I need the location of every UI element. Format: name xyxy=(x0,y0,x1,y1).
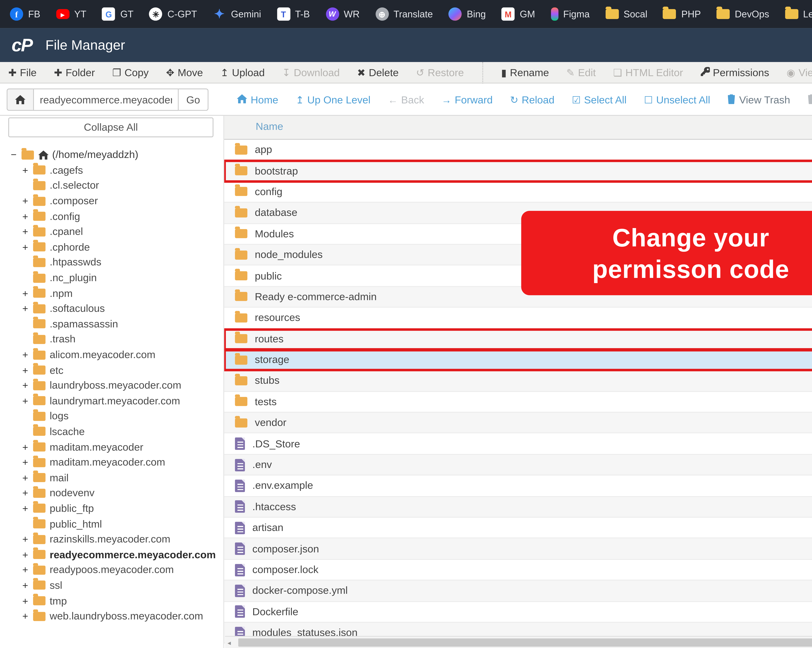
tree-item--home-meyaddzh-[interactable]: −(/home/meyaddzh) xyxy=(0,147,223,163)
table-row[interactable]: .env.example1.17 KBToday, 9:00 PMtext/x-… xyxy=(224,476,812,497)
current-path-input[interactable] xyxy=(33,88,179,111)
cell-name[interactable]: .env xyxy=(252,459,272,471)
cell-name[interactable]: docker-compose.yml xyxy=(252,585,348,596)
table-row[interactable]: stubs4 KBToday, 11:08 PMhttpd/unix-direc… xyxy=(224,371,812,392)
cell-name[interactable]: Modules xyxy=(255,228,294,239)
tree-item-logs[interactable]: logs xyxy=(0,409,223,424)
tree-item-.htpasswds[interactable]: .htpasswds xyxy=(0,255,223,270)
cell-name[interactable]: composer.lock xyxy=(252,564,319,575)
toolbar-copy-button[interactable]: ❐Copy xyxy=(112,67,149,78)
cell-name[interactable]: Dockerfile xyxy=(252,606,298,618)
expand-plus-icon[interactable]: + xyxy=(23,364,33,376)
bookmark-item[interactable]: WWR xyxy=(326,8,360,21)
expand-plus-icon[interactable]: + xyxy=(23,503,33,514)
bookmark-item[interactable]: Socal xyxy=(606,9,647,19)
collapse-minus-icon[interactable]: − xyxy=(11,149,21,161)
column-header-name[interactable]: Name xyxy=(256,121,283,132)
cell-name[interactable]: database xyxy=(255,207,298,218)
expand-plus-icon[interactable]: + xyxy=(23,287,33,299)
tree-item-readyecommerce.meyacoder.com[interactable]: +readyecommerce.meyacoder.com xyxy=(0,547,223,563)
expand-plus-icon[interactable]: + xyxy=(23,165,33,176)
tree-item-.config[interactable]: +.config xyxy=(0,209,223,224)
expand-plus-icon[interactable]: + xyxy=(23,487,33,499)
cell-name[interactable]: config xyxy=(255,186,282,198)
bookmark-item[interactable]: fFB xyxy=(10,8,40,21)
table-row[interactable]: docker-compose.yml551 bytesToday, 9:00 P… xyxy=(224,581,812,602)
table-row[interactable]: tests4 KBToday, 11:11 PMhttpd/unix-direc… xyxy=(224,392,812,413)
expand-plus-icon[interactable]: + xyxy=(23,210,33,222)
collapse-all-button[interactable]: Collapse All xyxy=(8,117,214,137)
expand-plus-icon[interactable]: + xyxy=(23,441,33,453)
tree-item-readypoos.meyacoder.com[interactable]: +readypoos.meyacoder.com xyxy=(0,562,223,578)
scroll-left-arrow-icon[interactable]: ◂ xyxy=(227,639,231,647)
horizontal-scrollbar[interactable]: ◂ ▸ xyxy=(225,636,812,648)
tree-item-.cagefs[interactable]: +.cagefs xyxy=(0,163,223,178)
tree-item-.cphorde[interactable]: +.cphorde xyxy=(0,239,223,255)
bookmark-item[interactable]: MGM xyxy=(502,8,535,21)
table-row[interactable]: storage4 KBToday, 11:11 PMhttpd/unix-dir… xyxy=(224,350,812,371)
home-path-icon[interactable] xyxy=(7,88,33,111)
toolbar-move-button[interactable]: ✥Move xyxy=(166,67,203,78)
cell-name[interactable]: storage xyxy=(255,354,289,366)
tree-item-web.laundryboss.meyacoder.com[interactable]: +web.laundryboss.meyacoder.com xyxy=(0,608,223,624)
bookmark-item[interactable]: Bing xyxy=(449,8,486,21)
tree-item-.cl.selector[interactable]: .cl.selector xyxy=(0,178,223,193)
nav-home-link[interactable]: Home xyxy=(237,94,278,105)
bookmark-item[interactable]: Learning xyxy=(785,9,812,19)
expand-plus-icon[interactable]: + xyxy=(23,241,33,253)
expand-plus-icon[interactable]: + xyxy=(23,303,33,314)
tree-item-.npm[interactable]: +.npm xyxy=(0,285,223,301)
toolbar-folder-button[interactable]: ✚Folder xyxy=(54,67,95,78)
bookmark-item[interactable]: ✦Gemini xyxy=(213,8,261,21)
nav-reload-link[interactable]: ↻Reload xyxy=(510,94,555,105)
expand-plus-icon[interactable]: + xyxy=(23,226,33,238)
table-row[interactable]: .env1.22 KBToday, 9:35 PMtext/x-generic0… xyxy=(224,455,812,476)
toolbar-permissions-button[interactable]: Permissions xyxy=(701,67,769,78)
cell-name[interactable]: artisan xyxy=(252,522,283,534)
tree-item-lscache[interactable]: lscache xyxy=(0,424,223,439)
tree-item-razinskills.meyacoder.com[interactable]: +razinskills.meyacoder.com xyxy=(0,532,223,547)
cell-name[interactable]: node_modules xyxy=(255,249,323,261)
expand-plus-icon[interactable]: + xyxy=(23,549,33,560)
tree-item-laundryboss.meyacoder.com[interactable]: +laundryboss.meyacoder.com xyxy=(0,378,223,393)
bookmark-item[interactable]: TT-B xyxy=(277,8,310,21)
bookmark-item[interactable]: Figma xyxy=(551,8,590,21)
tree-item-laundrymart.meyacoder.com[interactable]: +laundrymart.meyacoder.com xyxy=(0,393,223,409)
expand-plus-icon[interactable]: + xyxy=(23,595,33,607)
tree-item-.trash[interactable]: .trash xyxy=(0,332,223,347)
cell-name[interactable]: resources xyxy=(255,312,300,323)
cell-name[interactable]: tests xyxy=(255,396,277,408)
nav-view-trash-link[interactable]: View Trash xyxy=(728,94,790,105)
tree-item-.cpanel[interactable]: +.cpanel xyxy=(0,224,223,239)
nav-unselect-all-link[interactable]: ☐Unselect All xyxy=(644,94,710,105)
tree-item-.softaculous[interactable]: +.softaculous xyxy=(0,301,223,316)
tree-item-etc[interactable]: +etc xyxy=(0,363,223,378)
toolbar-file-button[interactable]: ✚File xyxy=(8,67,37,78)
table-row[interactable]: vendor4 KBToday, 11:14 PMhttpd/unix-dire… xyxy=(224,413,812,434)
table-row[interactable]: composer.lock383.98 KBToday, 10:04 PMtex… xyxy=(224,560,812,581)
toolbar-delete-button[interactable]: ✖Delete xyxy=(357,67,399,78)
cell-name[interactable]: app xyxy=(255,144,272,156)
expand-plus-icon[interactable]: + xyxy=(23,457,33,468)
tree-item-nodevenv[interactable]: +nodevenv xyxy=(0,485,223,501)
expand-plus-icon[interactable]: + xyxy=(23,564,33,576)
table-row[interactable]: routes4 KBToday, 11:11 PMhttpd/unix-dire… xyxy=(224,329,812,350)
table-row[interactable]: Dockerfile469 bytesToday, 9:00 PMtext/x-… xyxy=(224,602,812,623)
expand-plus-icon[interactable]: + xyxy=(23,395,33,407)
bookmark-item[interactable]: PHP xyxy=(663,9,701,19)
cell-name[interactable]: bootstrap xyxy=(255,165,298,177)
cell-name[interactable]: routes xyxy=(255,333,284,345)
table-row[interactable]: bootstrap4 KBToday, 11:08 PMhttpd/unix-d… xyxy=(224,161,812,181)
cell-name[interactable]: composer.json xyxy=(252,543,319,555)
tree-item-public-ftp[interactable]: +public_ftp xyxy=(0,501,223,516)
table-row[interactable]: artisan1.65 KBToday, 8:59 PMtext/x-gener… xyxy=(224,518,812,538)
expand-plus-icon[interactable]: + xyxy=(23,534,33,545)
table-row[interactable]: .htaccess278 bytesApr 3, 2024, 10:11 PMt… xyxy=(224,497,812,518)
bookmark-item[interactable]: ▶YT xyxy=(56,9,86,19)
tree-item-.nc-plugin[interactable]: .nc_plugin xyxy=(0,270,223,286)
expand-plus-icon[interactable]: + xyxy=(23,610,33,622)
table-row[interactable]: resources4 KBToday, 11:08 PMhttpd/unix-d… xyxy=(224,308,812,329)
tree-item-mail[interactable]: +mail xyxy=(0,470,223,485)
horizontal-scrollbar-thumb[interactable] xyxy=(238,639,812,647)
toolbar-upload-button[interactable]: ↥Upload xyxy=(220,67,265,78)
